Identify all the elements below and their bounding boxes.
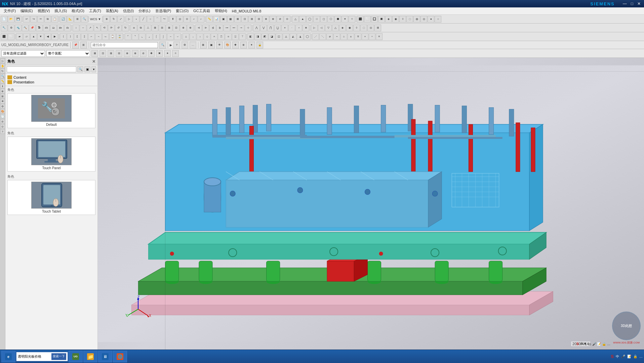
tb-d2[interactable]: ⬜ (364, 16, 371, 23)
menu-analysis[interactable]: 分析(L) (136, 8, 153, 14)
tb-pin[interactable]: 📌 (72, 42, 79, 48)
menu-help[interactable]: 帮助(H) (212, 8, 230, 14)
tb3-c5[interactable]: ⌠ (153, 33, 160, 40)
tb3-a7[interactable]: ◀ (44, 33, 51, 40)
tb3-a3[interactable]: ▰ (16, 33, 23, 40)
tb3-b8[interactable]: ⌚ (109, 33, 116, 40)
tb3-b4[interactable]: ⟧ (81, 33, 88, 40)
tb2-a8[interactable]: 🗂 (50, 25, 57, 31)
tb2-a10[interactable]: 🗀 (64, 25, 71, 31)
lt-settings[interactable]: ⚙ (0, 104, 5, 109)
tb3-a8[interactable]: ▶ (51, 33, 58, 40)
filter-btn5[interactable]: ⊕ (124, 50, 130, 57)
tb2-f1[interactable]: ▷ (311, 25, 318, 31)
tb-cross[interactable]: ✚ (232, 42, 239, 48)
tb2-b5[interactable]: ⟲ (101, 25, 108, 31)
tb2-f5[interactable]: ◈ (339, 25, 346, 31)
tb-c8[interactable]: ✦ (341, 16, 348, 23)
tb2-e3[interactable]: ⋂ (267, 25, 274, 31)
tb2-a2[interactable]: ⚙ (8, 25, 14, 31)
tb-measure[interactable]: 📏 (206, 16, 213, 23)
tb3-b6[interactable]: ¬ (95, 33, 102, 40)
tb2-d4[interactable]: ⊵ (216, 25, 223, 31)
filter-btn6[interactable]: ⊗ (132, 50, 138, 57)
tb-d3[interactable]: 🔲 (371, 16, 378, 23)
maximize-button[interactable]: □ (630, 1, 635, 6)
menu-format[interactable]: 格式(O) (69, 8, 87, 14)
tb3-a4[interactable]: ▱ (23, 33, 30, 40)
tb2-d6[interactable]: ⊷ (231, 25, 237, 31)
tb2-f6[interactable]: ◉ (346, 25, 353, 31)
tb2-b7[interactable]: ↺ (115, 25, 122, 31)
tb2-c8[interactable]: ⊕ (180, 25, 187, 31)
tree-item-content[interactable]: Content (7, 75, 95, 80)
tb3-f4[interactable]: ⌁ (333, 33, 340, 40)
lt-measure[interactable]: 📏 (0, 79, 5, 83)
tb-b6[interactable]: ⊟ (255, 16, 262, 23)
tb3-f2[interactable]: ⋱ (319, 33, 326, 40)
tb-new[interactable]: 📄 (1, 16, 7, 23)
tb3-c2[interactable]: ⌝ (132, 33, 138, 40)
tb-help[interactable]: ? (173, 42, 180, 48)
tb-fit[interactable]: ⊞ (74, 16, 81, 23)
lt-hide[interactable]: ⊘ (0, 119, 5, 124)
tb2-f7[interactable]: ◊ (353, 25, 360, 31)
lt-snap[interactable]: ⊕ (0, 89, 5, 94)
tb3-b7[interactable]: ⌙ (102, 33, 109, 40)
filter-btn8[interactable]: ✚ (148, 50, 155, 57)
lt-orbit[interactable]: ↻ (0, 69, 5, 73)
tb3-e7[interactable]: ◭ (290, 33, 296, 40)
tb-extrude[interactable]: ⬆ (169, 16, 176, 23)
tb3-a2[interactable]: ⬜ (8, 33, 14, 40)
tb3-f6[interactable]: ± (348, 33, 354, 40)
menu-gc[interactable]: GC工具箱 (191, 8, 212, 14)
tb2-f4[interactable]: △ (332, 25, 339, 31)
tb-c5[interactable]: ◻ (320, 16, 327, 23)
tb-b8[interactable]: ⊗ (270, 16, 276, 23)
role-search-btn[interactable]: 🔍 (77, 66, 83, 72)
tb2-a1[interactable]: 🔧 (1, 25, 7, 31)
assembly-selector[interactable]: 整个装配 (46, 50, 90, 57)
tb3-a1[interactable]: ⬛ (1, 33, 7, 40)
role-search-input[interactable] (7, 66, 76, 72)
tb-circle[interactable]: ○ (147, 16, 154, 23)
tb-d4[interactable]: 🔳 (378, 16, 385, 23)
tb2-c3[interactable]: ⧊ (145, 25, 151, 31)
tb3-f10[interactable]: ≡ (376, 33, 383, 40)
tb-spline[interactable]: 〜 (161, 16, 168, 23)
filter-btn9[interactable]: ✖ (156, 50, 163, 57)
tb-fillet[interactable]: ⌐ (191, 16, 197, 23)
tb3-c1[interactable]: ⌜ (125, 33, 131, 40)
tb3-b5[interactable]: ⌐ (88, 33, 95, 40)
tb-d11[interactable]: ● (428, 16, 434, 23)
tb-refresh[interactable]: 🔄 (60, 16, 67, 23)
tb3-f8[interactable]: × (362, 33, 368, 40)
tb2-b1[interactable]: ↕ (73, 25, 79, 31)
tb-d12[interactable]: ○ (435, 16, 441, 23)
tb2-a3[interactable]: 🔩 (15, 25, 22, 31)
tb2-e4[interactable]: ⋃ (274, 25, 281, 31)
tb-snap[interactable]: 📐 (67, 16, 74, 23)
tb-c2[interactable]: ▲ (299, 16, 306, 23)
taskbar-tasks[interactable]: 🖥 (98, 351, 112, 362)
tb-scale[interactable]: ⤢ (117, 16, 124, 23)
tb-open[interactable]: 📂 (8, 16, 14, 23)
tb2-a6[interactable]: 🗜 (36, 25, 43, 31)
tb-d8[interactable]: ◌ (406, 16, 413, 23)
tb2-b6[interactable]: ⟳ (108, 25, 115, 31)
menu-assembly[interactable]: 装配(A) (104, 8, 121, 14)
tb2-a4[interactable]: 🔨 (22, 25, 29, 31)
tb2-f2[interactable]: ◁ (318, 25, 325, 31)
filter-btn11[interactable]: ✧ (172, 50, 179, 57)
tb3-d1[interactable]: ⍙ (183, 33, 189, 40)
menu-view[interactable]: 视图(V) (35, 8, 52, 14)
role-view-btn[interactable]: ▣ (84, 66, 90, 72)
filter-btn3[interactable]: ⊞ (108, 50, 114, 57)
tb3-b3[interactable]: ⟦ (74, 33, 81, 40)
tb2-b2[interactable]: ↔ (80, 25, 86, 31)
search-btn[interactable]: 🔍 (159, 42, 166, 48)
tb3-b9[interactable]: ⌛ (116, 33, 123, 40)
tb-paste[interactable]: 📋 (51, 16, 58, 23)
role-more-btn[interactable]: ▼ (91, 66, 96, 72)
lt-color[interactable]: 🎨 (0, 109, 5, 114)
